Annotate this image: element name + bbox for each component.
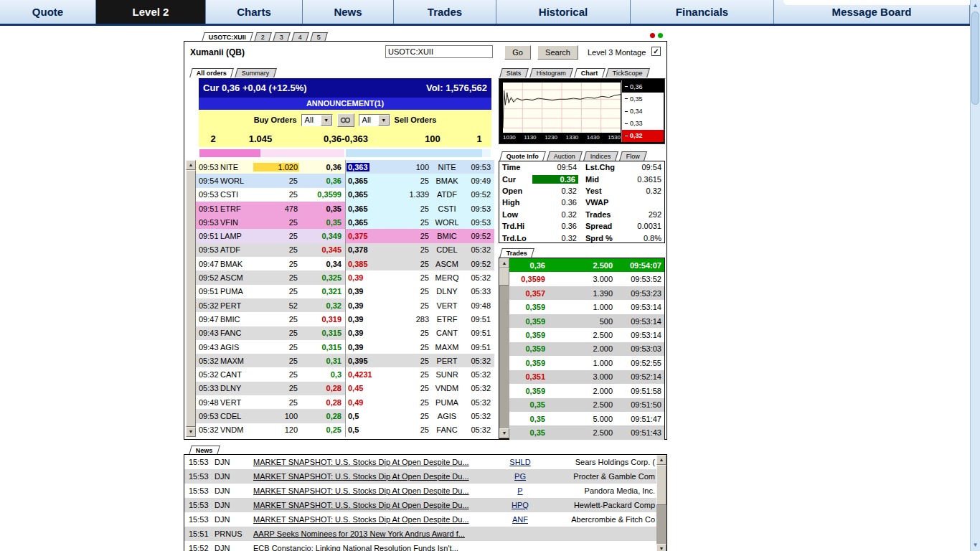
bid-row[interactable]: 09:51PUMA250,321 xyxy=(196,285,345,298)
bid-scrollbar[interactable]: ▲ ▼ xyxy=(186,160,196,437)
bid-row[interactable]: 05:32VNDM1200,25 xyxy=(196,423,345,437)
bid-row[interactable]: 09:43AGIS250,315 xyxy=(196,340,345,354)
ask-row[interactable]: 0,3925CANT09:51 xyxy=(346,326,494,340)
scroll-up-icon[interactable]: ▲ xyxy=(186,160,196,170)
ask-row[interactable]: 0,3925DLNY05:33 xyxy=(346,285,494,298)
trade-row[interactable]: 0,355.00009:51:47 xyxy=(509,412,664,425)
trade-row[interactable]: 0,3591.00009:52:55 xyxy=(509,356,664,369)
ask-row[interactable]: 0,39283ETRF09:51 xyxy=(346,312,494,326)
ask-row[interactable]: 0,423125SUNR05:32 xyxy=(346,367,494,381)
level3-montage-checkbox[interactable]: ✓ xyxy=(651,47,661,56)
ask-row[interactable]: 0,39525PERT05:32 xyxy=(346,354,494,367)
nav-tab-financials[interactable]: Financials xyxy=(631,0,774,24)
dropdown-arrow-icon[interactable]: ▼ xyxy=(378,115,390,126)
news-symbol-link[interactable]: ANF xyxy=(491,515,549,524)
tab-quote-info[interactable]: Quote Info xyxy=(499,151,546,161)
scroll-track[interactable] xyxy=(656,505,666,544)
ask-row[interactable]: 0,36525WORL09:53 xyxy=(346,215,494,229)
ask-row[interactable]: 0,3651.339ATDF09:52 xyxy=(346,188,494,202)
scroll-thumb[interactable] xyxy=(499,268,509,286)
ask-row[interactable]: 0,3925VERT09:48 xyxy=(346,298,494,312)
tab-trades[interactable]: Trades xyxy=(499,248,534,258)
scroll-up-icon[interactable]: ▲ xyxy=(656,455,666,465)
bid-row[interactable]: 09:53NITE1.0200,36 xyxy=(196,160,345,174)
trade-row-last[interactable]: 0,362.50009:54:07 xyxy=(509,258,664,272)
scroll-up-icon[interactable]: ▲ xyxy=(499,258,509,268)
ask-row[interactable]: 0,525AGIS05:32 xyxy=(346,409,494,423)
ask-row[interactable]: 0,525FANC05:32 xyxy=(346,423,494,437)
bid-row[interactable]: 09:51LAMP250,349 xyxy=(196,229,345,242)
tab-all-orders[interactable]: All orders xyxy=(189,68,234,77)
trade-row[interactable]: 0,35993.00009:53:52 xyxy=(509,272,664,286)
news-symbol-link[interactable]: HPQ xyxy=(491,501,549,509)
nav-tab-news[interactable]: News xyxy=(303,0,394,24)
trade-row[interactable]: 0,3592.00009:53:03 xyxy=(509,342,664,356)
bid-row[interactable]: 09:48VERT250,28 xyxy=(196,395,345,409)
nav-tab-level-2[interactable]: Level 2 xyxy=(96,0,206,24)
trade-row[interactable]: 0,3571.39009:53:23 xyxy=(509,286,664,300)
bid-row[interactable]: 05:33DLNY250,28 xyxy=(196,382,345,395)
bid-row[interactable]: 09:47BMAK250,34 xyxy=(196,257,345,270)
dropdown-arrow-icon[interactable]: ▼ xyxy=(321,115,332,126)
link-buy-sell-button[interactable] xyxy=(337,113,354,127)
bid-row[interactable]: 09:43FANC250,315 xyxy=(196,326,345,340)
news-headline-link[interactable]: ECB Constancio: Linking National Resolut… xyxy=(253,544,491,551)
news-headline-link[interactable]: AARP Seeks Nominees for 2013 New York An… xyxy=(253,529,491,538)
bid-row[interactable]: 09:51ETRF4780,35 xyxy=(196,202,345,215)
trade-row[interactable]: 0,3513.00009:52:14 xyxy=(509,370,664,384)
bid-row[interactable]: 09:53ATDF250,345 xyxy=(196,243,345,257)
announcement-bar[interactable]: ANNOUNCEMENT(1) xyxy=(199,98,491,110)
ask-row[interactable]: 0,36525CSTI09:53 xyxy=(346,202,494,215)
scroll-track[interactable] xyxy=(499,286,509,428)
ask-row[interactable]: 0,36525BMAK09:49 xyxy=(346,174,494,187)
trade-row[interactable]: 0,352.50009:51:50 xyxy=(509,398,664,412)
tab-tickscope[interactable]: TickScope xyxy=(606,68,649,77)
trade-row[interactable]: 0,35950009:53:14 xyxy=(509,314,664,328)
bid-row[interactable]: 09:52ASCM250,325 xyxy=(196,270,345,284)
bid-row[interactable]: 09:53CDEL1000,28 xyxy=(196,409,345,423)
window-dot-red[interactable] xyxy=(650,33,655,38)
news-scrollbar[interactable]: ▲ ▼ xyxy=(656,455,666,551)
ask-row[interactable]: 0,37525BMIC09:52 xyxy=(346,229,494,242)
trade-row[interactable]: 0,3591.00009:53:14 xyxy=(509,300,664,314)
scroll-down-icon[interactable]: ▼ xyxy=(499,428,509,438)
news-headline-link[interactable]: MARKET SNAPSHOT: U.S. Stocks Dip At Open… xyxy=(253,472,491,481)
scroll-down-icon[interactable]: ▼ xyxy=(656,544,666,551)
window-dot-green[interactable] xyxy=(658,33,663,38)
tab-stats[interactable]: Stats xyxy=(499,68,528,77)
news-symbol-link[interactable]: P xyxy=(491,486,549,495)
ask-row[interactable]: 0,38525ASCM09:52 xyxy=(346,257,494,270)
news-headline-link[interactable]: MARKET SNAPSHOT: U.S. Stocks Dip At Open… xyxy=(253,515,491,524)
sell-orders-select[interactable]: All ▼ xyxy=(359,114,390,126)
nav-tab-quote[interactable]: Quote xyxy=(0,0,96,24)
ask-row[interactable]: 0,37825CDEL05:32 xyxy=(346,243,494,257)
trade-row[interactable]: 0,3592.00009:51:58 xyxy=(509,384,664,397)
news-headline-link[interactable]: MARKET SNAPSHOT: U.S. Stocks Dip At Open… xyxy=(253,486,491,495)
search-button[interactable]: Search xyxy=(537,45,578,60)
trade-row[interactable]: 0,3592.50009:53:14 xyxy=(509,328,664,342)
tab-chart[interactable]: Chart xyxy=(574,68,605,77)
nav-tab-charts[interactable]: Charts xyxy=(206,0,303,24)
tab-auction[interactable]: Auction xyxy=(547,151,583,161)
nav-tab-historical[interactable]: Historical xyxy=(496,0,631,24)
bid-row[interactable]: 09:47BMIC250,319 xyxy=(196,312,345,326)
news-headline-link[interactable]: MARKET SNAPSHOT: U.S. Stocks Dip At Open… xyxy=(253,458,491,466)
ask-row[interactable]: 0,3925MAXM09:51 xyxy=(346,340,494,354)
bid-row[interactable]: 05:32MAXM250,31 xyxy=(196,354,345,367)
trade-row[interactable]: 0,352.50009:51:43 xyxy=(509,425,664,439)
scroll-thumb[interactable] xyxy=(971,11,979,105)
ask-row[interactable]: 0,4525VNDM05:32 xyxy=(346,382,494,395)
ask-row[interactable]: 0,4925PUMA05:32 xyxy=(346,395,494,409)
trades-scrollbar[interactable]: ▲ ▼ xyxy=(499,258,509,438)
scroll-track[interactable] xyxy=(971,105,980,540)
scroll-down-icon[interactable]: ▼ xyxy=(971,540,980,551)
tab-histogram[interactable]: Histogram xyxy=(529,68,573,77)
bid-row[interactable]: 09:54WORL250,36 xyxy=(196,174,345,187)
tab-indices[interactable]: Indices xyxy=(583,151,618,161)
scroll-down-icon[interactable]: ▼ xyxy=(186,427,196,437)
bid-row[interactable]: 05:32CANT250,3 xyxy=(196,367,345,381)
buy-orders-select[interactable]: All ▼ xyxy=(301,114,333,126)
ask-row[interactable]: 0,3925MERQ05:32 xyxy=(346,270,494,284)
scroll-thumb[interactable] xyxy=(186,170,196,427)
nav-tab-trades[interactable]: Trades xyxy=(394,0,496,24)
